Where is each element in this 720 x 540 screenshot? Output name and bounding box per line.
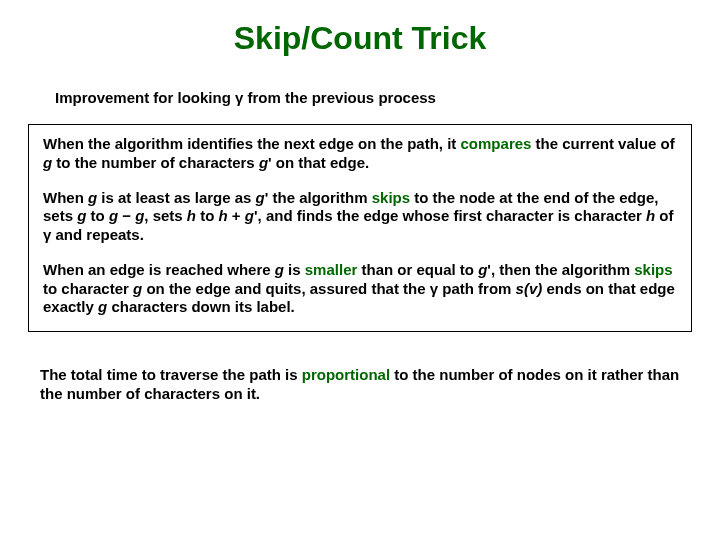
var-g: g [98,298,107,315]
p2-text-c: the algorithm [268,189,371,206]
p3-text-a: When an edge is reached where [43,261,275,278]
keyword-skips: skips [372,189,410,206]
p1-text-a: When the algorithm identifies the next e… [43,135,461,152]
p1-text-b: the current value of [531,135,674,152]
p3-text-d: , then the algorithm [491,261,634,278]
paragraph-3: When an edge is reached where g is small… [43,261,677,317]
p2-text-e: to [86,207,109,224]
paragraph-2: When g is at least as large as g' the al… [43,189,677,245]
var-g: g [135,207,144,224]
p1-text-d: on that edge. [272,154,370,171]
slide: Skip/Count Trick Improvement for looking… [0,0,720,540]
var-g: g [275,261,284,278]
p3-text-g: path from [438,280,516,297]
p2-text-j: , and finds the edge whose first charact… [258,207,646,224]
p2-text-l: and repeats. [51,226,144,243]
var-g: g [77,207,86,224]
var-g: g [109,207,118,224]
keyword-compares: compares [461,135,532,152]
paragraph-1: When the algorithm identifies the next e… [43,135,677,173]
var-h: h [187,207,196,224]
footer-note: The total time to traverse the path is p… [40,366,680,404]
p3-text-b: is [284,261,305,278]
p3-text-i: characters down its label. [107,298,295,315]
gamma-symbol: γ [430,280,438,297]
var-g-prime: g [259,154,268,171]
var-sv: s(v) [516,280,543,297]
p2-text-h: to [196,207,219,224]
var-h: h [646,207,655,224]
subtitle-text-b: from the previous process [243,89,436,106]
var-g-prime: g [256,189,265,206]
footer-text-a: The total time to traverse the path is [40,366,302,383]
subtitle: Improvement for looking γ from the previ… [55,89,720,106]
slide-title: Skip/Count Trick [0,0,720,57]
p2-text-k: of [655,207,673,224]
var-g-prime: g [245,207,254,224]
var-h: h [219,207,228,224]
keyword-proportional: proportional [302,366,390,383]
p3-text-e: to character [43,280,133,297]
p3-text-c: than or equal to [357,261,478,278]
subtitle-text-a: Improvement for looking [55,89,235,106]
var-g-prime: g [478,261,487,278]
var-g: g [43,154,52,171]
p2-text-i: + [228,207,245,224]
p2-text-a: When [43,189,88,206]
var-g: g [88,189,97,206]
keyword-skips: skips [634,261,672,278]
p2-text-b: is at least as large as [97,189,255,206]
keyword-smaller: smaller [305,261,358,278]
p2-text-f: − [118,207,135,224]
algorithm-box: When the algorithm identifies the next e… [28,124,692,332]
p3-text-f: on the edge and quits, assured that the [142,280,430,297]
p2-text-g: , sets [144,207,187,224]
p1-text-c: to the number of characters [52,154,259,171]
var-g: g [133,280,142,297]
